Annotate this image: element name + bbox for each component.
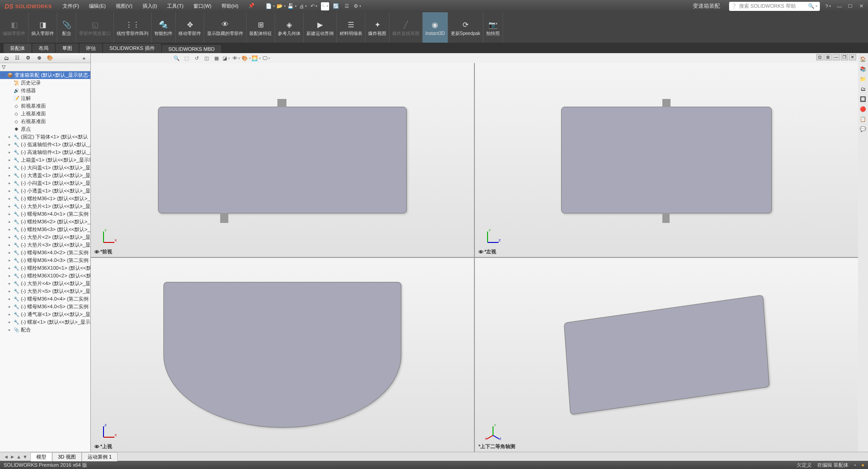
ribbon-mate[interactable]: 📎配合 bbox=[57, 12, 76, 43]
view-pane-front[interactable]: YX 👁*前视 bbox=[91, 63, 474, 257]
ribbon-insert-component[interactable]: ◨插入零部件 bbox=[29, 12, 57, 43]
tree-item[interactable]: 📜历史记录 bbox=[0, 79, 90, 87]
tree-item[interactable]: ▸🔧(-) 大垫片<1> (默认<<默认>_显示 bbox=[0, 202, 90, 210]
tab-3dview[interactable]: 3D 视图 bbox=[52, 452, 82, 461]
display-style-icon[interactable]: ◪▼ bbox=[222, 54, 231, 62]
ribbon-smart-fastener[interactable]: 🔩智能扣件 bbox=[152, 12, 176, 43]
vp-restore-icon[interactable]: ❐ bbox=[841, 54, 848, 60]
undo-icon[interactable]: ↶▼ bbox=[310, 2, 318, 10]
ribbon-explode-line[interactable]: ╱爆炸直线草图 bbox=[390, 12, 423, 43]
save-icon[interactable]: 💾▼ bbox=[288, 2, 296, 10]
tree-item[interactable]: ▸🔧(-) 螺母M36×4.0<4> (第二实例 < bbox=[0, 295, 90, 303]
new-doc-icon[interactable]: 📄▼ bbox=[266, 2, 275, 10]
tab-sketch[interactable]: 草图 bbox=[56, 44, 79, 53]
status-custom-icon[interactable]: ● bbox=[861, 462, 864, 468]
minimize-icon[interactable]: — bbox=[834, 2, 844, 11]
tree-item[interactable]: ▸🔧(-) 螺塞<1> (默认<<默认>_显示状 bbox=[0, 318, 90, 326]
ribbon-show-hidden[interactable]: 👁显示隐藏的零部件 bbox=[204, 12, 247, 43]
ribbon-motion-study[interactable]: ▶新建运动算例 bbox=[304, 12, 337, 43]
appearances-icon[interactable]: 🔴 bbox=[859, 105, 867, 113]
maximize-icon[interactable]: ☐ bbox=[845, 2, 855, 11]
ribbon-assembly-feature[interactable]: ⊞装配体特征 bbox=[247, 12, 275, 43]
print-icon[interactable]: 🖨▼ bbox=[299, 2, 307, 10]
close-icon[interactable]: ✕ bbox=[856, 2, 866, 11]
ribbon-preview-window[interactable]: ◱零部件预览窗口 bbox=[76, 12, 114, 43]
custom-props-icon[interactable]: 📋 bbox=[859, 115, 867, 123]
tree-item[interactable]: ▸🔧(-) 大闷盖<1> (默认<<默认>_显 bbox=[0, 164, 90, 172]
tree-item[interactable]: ▸🔧(-) 大垫片<4> (默认<<默认>_显示 bbox=[0, 280, 90, 287]
tab-addins[interactable]: SOLIDWORKS 插件 bbox=[103, 44, 161, 53]
settings-gear-icon[interactable]: ⚙▼ bbox=[354, 2, 362, 10]
menu-edit[interactable]: 编辑(E) bbox=[84, 1, 110, 11]
feature-tree[interactable]: ▾ 📦 变速箱装配 (默认<默认_显示状态-1> 📜历史记录🔊传感器📝注解◇前视… bbox=[0, 71, 90, 452]
section-view-icon[interactable]: ◫ bbox=[202, 54, 211, 62]
tab-assembly[interactable]: 装配体 bbox=[4, 44, 31, 53]
tree-item[interactable]: ▸🔧(-) 通气塞<1> (默认<<默认>_显示 bbox=[0, 311, 90, 318]
ribbon-bom[interactable]: ☰材料明细表 bbox=[337, 12, 365, 43]
view-settings-icon[interactable]: 🖵▼ bbox=[262, 54, 271, 62]
tab-model[interactable]: 模型 bbox=[30, 452, 52, 461]
menu-insert[interactable]: 插入(I) bbox=[138, 1, 162, 11]
tree-item[interactable]: ▸🔧(-) 大透盖<1> (默认<<默认>_显示 bbox=[0, 172, 90, 179]
tree-item[interactable]: ▸🔧(-) 螺母M36×4.0<2> (第二实例 < bbox=[0, 249, 90, 257]
tree-item[interactable]: ✱原点 bbox=[0, 125, 90, 133]
tree-item[interactable]: ▸🔧(-) 大垫片<3> (默认<<默认>_显示 bbox=[0, 241, 90, 249]
help-button[interactable]: ?▼ bbox=[824, 2, 833, 11]
ribbon-exploded-view[interactable]: ✦爆炸视图 bbox=[365, 12, 390, 43]
ribbon-linear-pattern[interactable]: ⋮⋮线性零部件阵列 bbox=[114, 12, 152, 43]
tree-item[interactable]: ◇上视基准面 bbox=[0, 110, 90, 118]
tree-item[interactable]: ▸🔧(-) 螺栓M36X100<1> (默认<<默 bbox=[0, 264, 90, 272]
tab-mbd[interactable]: SOLIDWORKS MBD bbox=[162, 45, 221, 53]
vp-control-2[interactable]: ⊞ bbox=[824, 54, 832, 60]
tree-item[interactable]: ◇前视基准面 bbox=[0, 102, 90, 110]
feature-manager-tab-icon[interactable]: 🗂 bbox=[2, 54, 11, 62]
tree-item[interactable]: ▸🔧上箱盖<1> (默认<<默认>_显示状 bbox=[0, 156, 90, 164]
expand-panel-icon[interactable]: » bbox=[79, 54, 89, 62]
view-pane-top[interactable]: ZX 👁*上视 bbox=[91, 258, 474, 452]
select-icon[interactable]: ↖▼ bbox=[321, 2, 329, 10]
tree-filter-bar[interactable]: ▽ bbox=[0, 63, 90, 71]
tab-evaluate[interactable]: 评估 bbox=[79, 44, 102, 53]
tree-item[interactable]: ▸🔧(-) 螺栓M36<3> (默认<<默认>_显 bbox=[0, 226, 90, 233]
menu-view[interactable]: 视图(V) bbox=[111, 1, 137, 11]
open-doc-icon[interactable]: 📂▼ bbox=[277, 2, 286, 10]
tree-item[interactable]: ▸🔧(-) 低速轴组件<1> (默认<默认_显 bbox=[0, 141, 90, 148]
property-manager-tab-icon[interactable]: ☷ bbox=[13, 54, 22, 62]
menu-file[interactable]: 文件(F) bbox=[58, 1, 84, 11]
tree-item[interactable]: ▸🔧(固定) 下箱体<1> (默认<<默认 bbox=[0, 133, 90, 141]
tree-item[interactable]: ◇右视基准面 bbox=[0, 118, 90, 125]
apply-scene-icon[interactable]: 🌅▼ bbox=[252, 54, 261, 62]
tree-item[interactable]: ▸🔧(-) 螺栓M36X100<2> (默认<<默 bbox=[0, 272, 90, 280]
menu-tools[interactable]: 工具(T) bbox=[163, 1, 188, 11]
options-list-icon[interactable]: ☰ bbox=[343, 2, 351, 10]
hide-show-icon[interactable]: 👁▼ bbox=[232, 54, 241, 62]
tab-layout[interactable]: 布局 bbox=[32, 44, 55, 53]
ribbon-instant3d[interactable]: ◉Instant3D bbox=[423, 12, 448, 43]
help-search-input[interactable]: ❔ 搜索 SOLIDWORKS 帮助 🔍 ▼ bbox=[729, 2, 820, 11]
zoom-area-icon[interactable]: ⬚ bbox=[182, 54, 191, 62]
ribbon-update-speedpak[interactable]: ⟳更新Speedpak bbox=[448, 12, 483, 43]
tab-motion1[interactable]: 运动算例 1 bbox=[82, 452, 118, 461]
tree-item[interactable]: ▸🔧(-) 螺母M36×4.0<1> (第二实例 < bbox=[0, 210, 90, 218]
tree-item[interactable]: 🔊传感器 bbox=[0, 87, 90, 94]
tree-item[interactable]: ▸🔧(-) 螺母M36×4.0<3> (第二实例 < bbox=[0, 257, 90, 264]
edit-appearance-icon[interactable]: 🎨▼ bbox=[242, 54, 251, 62]
view-orientation-icon[interactable]: ▦ bbox=[212, 54, 221, 62]
view-palette-icon[interactable]: 🔲 bbox=[859, 95, 867, 103]
view-pane-dimetric[interactable]: YXZ *上下二等角轴测 bbox=[475, 258, 858, 452]
tree-item[interactable]: 📝注解 bbox=[0, 94, 90, 102]
menu-window[interactable]: 窗口(W) bbox=[189, 1, 216, 11]
search-icon[interactable]: 🔍 bbox=[808, 3, 814, 9]
tree-item[interactable]: ▸🔧(-) 小闷盖<1> (默认<<默认>_显示 bbox=[0, 179, 90, 187]
menu-pin-icon[interactable]: 📌 bbox=[244, 1, 259, 11]
vp-close-icon[interactable]: ✕ bbox=[849, 54, 856, 60]
dimx-manager-tab-icon[interactable]: ⊕ bbox=[35, 54, 44, 62]
vp-minimize-icon[interactable]: — bbox=[833, 54, 840, 60]
menu-help[interactable]: 帮助(H) bbox=[217, 1, 243, 11]
display-manager-tab-icon[interactable]: 🎨 bbox=[45, 54, 54, 62]
tree-item[interactable]: ▸🔧(-) 大垫片<2> (默认<<默认>_显示 bbox=[0, 233, 90, 241]
resources-icon[interactable]: 📚 bbox=[859, 65, 867, 73]
ribbon-reference-geometry[interactable]: ◈参考几何体 bbox=[275, 12, 304, 43]
tree-item[interactable]: ▸🔧(-) 小透盖<1> (默认<<默认>_显示 bbox=[0, 187, 90, 195]
config-manager-tab-icon[interactable]: ⚙ bbox=[24, 54, 33, 62]
